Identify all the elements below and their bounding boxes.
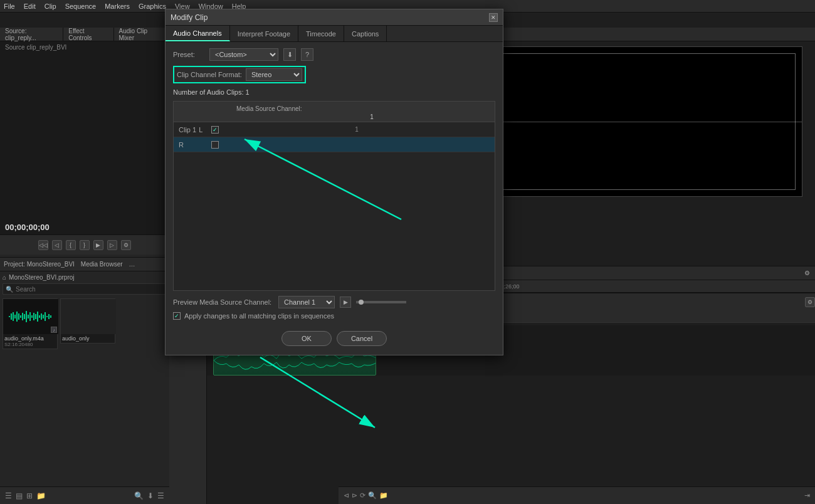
svg-rect-19: [45, 312, 46, 321]
channel-L-num: 1: [219, 126, 495, 133]
clip-row-text: Clip 1: [179, 126, 196, 134]
grid-row-clip1-L: Clip 1 L ✓ 1: [174, 122, 495, 137]
project-extra-tab[interactable]: …: [129, 261, 135, 268]
timeline-tools[interactable]: ⚙: [804, 270, 810, 276]
menu-item-clip[interactable]: Clip: [45, 3, 56, 10]
preset-select[interactable]: <Custom>: [209, 48, 278, 61]
media-source-num: 1: [249, 113, 495, 120]
preset-info-btn[interactable]: ?: [301, 48, 313, 61]
modify-clip-dialog: Modify Clip ✕ Audio Channels Interpret F…: [165, 9, 503, 355]
menu-item-markers[interactable]: Markers: [105, 3, 130, 10]
apply-checkbox[interactable]: ✓: [173, 312, 181, 320]
clip-thumb-preview-2: [61, 299, 116, 334]
panel-icon-list[interactable]: ▤: [16, 491, 23, 500]
preview-source-label: Preview Media Source Channel:: [173, 298, 273, 306]
tab-effect-controls[interactable]: Effect Controls: [63, 28, 113, 41]
prev-btn[interactable]: ◁: [52, 240, 62, 250]
dialog-buttons: OK Cancel: [173, 326, 495, 349]
grid-header-lr: [211, 103, 236, 120]
num-clips-val: 1: [246, 88, 250, 96]
tl-tool-1[interactable]: ⊲: [344, 491, 349, 500]
num-clips-row: Number of Audio Clips: 1: [173, 88, 495, 96]
svg-rect-14: [35, 314, 36, 319]
dialog-tab-audio-channels[interactable]: Audio Channels: [166, 26, 230, 41]
svg-rect-12: [31, 315, 33, 318]
clip-row-label: Clip 1 L: [174, 126, 211, 134]
media-source-header: Media Source Channel:: [236, 103, 495, 113]
svg-rect-22: [50, 315, 51, 318]
menu-item-sequence[interactable]: Sequence: [65, 3, 97, 10]
svg-rect-1: [11, 313, 12, 320]
bottom-toolbar: ⊲ ⊳ ⟳ 🔍 📁 ⇥: [339, 486, 815, 504]
svg-rect-15: [37, 312, 38, 322]
tab-audio-clip-mixer[interactable]: Audio Clip Mixer: [114, 28, 169, 41]
channel-format-select[interactable]: Stereo: [246, 68, 302, 81]
panel-icon-zoom[interactable]: 🔍: [134, 491, 144, 500]
slider-handle: [359, 300, 364, 305]
transport-bar: ◁◁ ◁ { } ▶ ▷ ⚙: [0, 234, 169, 255]
panel-icon-icon-view[interactable]: ⊞: [26, 491, 33, 500]
settings-btn[interactable]: ⚙: [121, 240, 131, 250]
preset-label: Preset:: [173, 51, 204, 58]
tl-tool-3[interactable]: ⟳: [360, 491, 365, 500]
panel-icon-settings[interactable]: ☰: [157, 491, 164, 500]
media-source-label: Media Source Channel:: [236, 105, 302, 112]
tl-playhead-btn[interactable]: ⇥: [804, 491, 810, 500]
project-name-label: MonoStereo_BVI.prproj: [9, 274, 75, 281]
svg-rect-2: [13, 312, 14, 321]
menu-item-edit[interactable]: Edit: [24, 3, 36, 10]
preset-save-btn[interactable]: ⬇: [283, 48, 296, 61]
preset-row: Preset: <Custom> ⬇ ?: [173, 48, 495, 61]
preview-play-btn[interactable]: ▶: [340, 297, 351, 308]
source-monitor: Source clip_reply_BVI 00;00;00;00 ◁◁ ◁ {…: [0, 41, 169, 255]
play-btn[interactable]: ▶: [93, 240, 103, 250]
svg-rect-10: [28, 315, 29, 318]
menu-item-file[interactable]: File: [4, 3, 15, 10]
clip-meta-audio-only: [61, 342, 115, 343]
clip-thumb-audio-only-m4a[interactable]: ♪ audio_only.m4a S2:16:20480: [3, 298, 58, 349]
apply-row: ✓ Apply changes to all matching clips in…: [173, 312, 495, 320]
tab-source[interactable]: Source: clip_reply...: [0, 28, 63, 41]
svg-rect-17: [41, 313, 42, 320]
preview-volume-slider[interactable]: [356, 301, 406, 303]
panel-icon-folder[interactable]: 📁: [36, 491, 46, 500]
cancel-button[interactable]: Cancel: [337, 331, 387, 346]
dialog-tabs: Audio Channels Interpret Footage Timecod…: [166, 26, 503, 42]
panel-icon-new-item[interactable]: ☰: [5, 491, 12, 500]
left-panel-tabs: Source: clip_reply... Effect Controls Au…: [0, 28, 169, 41]
mark-in-btn[interactable]: {: [66, 240, 76, 250]
ok-button[interactable]: OK: [281, 331, 332, 346]
mark-out-btn[interactable]: }: [80, 240, 90, 250]
preview-source-row: Preview Media Source Channel: Channel 1 …: [173, 296, 495, 308]
tl-tool-4[interactable]: 🔍: [368, 491, 377, 500]
channel-empty-area: [174, 152, 495, 290]
channel-L-checkbox[interactable]: ✓: [211, 126, 219, 134]
preview-channel-select[interactable]: Channel 1: [278, 296, 335, 308]
dialog-tab-captions[interactable]: Captions: [344, 26, 387, 41]
svg-rect-13: [33, 313, 34, 320]
prev-frame-btn[interactable]: ◁◁: [38, 240, 48, 250]
svg-rect-9: [26, 311, 27, 322]
svg-rect-0: [9, 316, 10, 317]
channel-grid: Media Source Channel: 1 Clip 1 L ✓ 1: [173, 101, 495, 291]
tl-settings[interactable]: ⚙: [805, 297, 815, 307]
svg-rect-21: [48, 314, 50, 319]
clip-thumb-audio-only[interactable]: audio_only: [60, 298, 115, 344]
next-btn[interactable]: ▷: [107, 240, 117, 250]
channel-format-row: Clip Channel Format: Stereo: [173, 66, 306, 83]
channel-R-label-cell: R: [174, 141, 211, 149]
project-search-input[interactable]: [16, 286, 116, 293]
left-panel: Source: clip_reply... Effect Controls Au…: [0, 28, 169, 504]
dialog-tab-timecode[interactable]: Timecode: [298, 26, 344, 41]
menu-item-graphics[interactable]: Graphics: [139, 3, 166, 10]
panel-icon-sort[interactable]: ⬇: [147, 491, 154, 500]
channel-R-checkbox[interactable]: [211, 141, 219, 149]
dialog-tab-interpret-footage[interactable]: Interpret Footage: [230, 26, 298, 41]
dialog-title: Modify Clip: [171, 13, 208, 22]
tl-tool-5[interactable]: 📁: [379, 491, 388, 500]
svg-rect-4: [16, 312, 18, 322]
tl-tool-2[interactable]: ⊳: [352, 491, 357, 500]
dialog-close-button[interactable]: ✕: [489, 13, 498, 22]
svg-rect-16: [39, 315, 40, 318]
media-browser-tab[interactable]: Media Browser: [81, 261, 123, 268]
